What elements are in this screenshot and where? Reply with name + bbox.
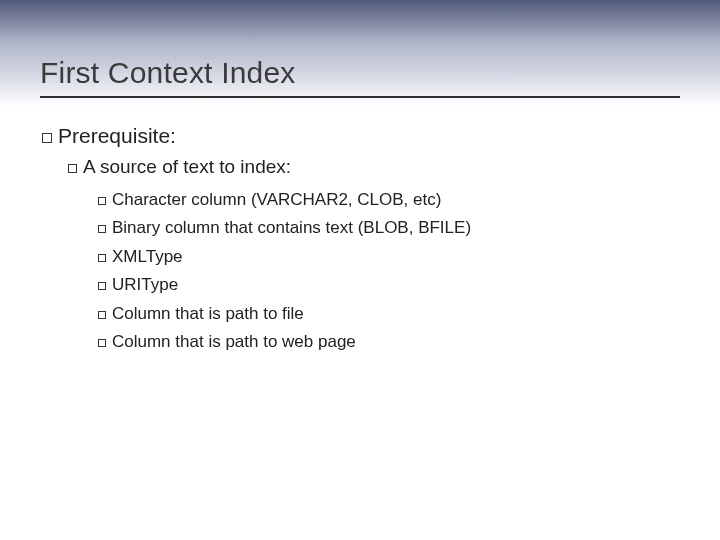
bullet-text: Binary column that contains text (BLOB, … bbox=[112, 218, 471, 237]
bullet-level3: Binary column that contains text (BLOB, … bbox=[98, 215, 680, 241]
bullet-text: Prerequisite: bbox=[58, 124, 176, 147]
bullet-level3: Column that is path to web page bbox=[98, 329, 680, 355]
bullet-text: Character column (VARCHAR2, CLOB, etc) bbox=[112, 190, 441, 209]
bullet-level3: Column that is path to file bbox=[98, 301, 680, 327]
square-bullet-icon bbox=[98, 254, 106, 262]
bullet-level2: A source of text to index: bbox=[68, 154, 680, 181]
square-bullet-icon bbox=[98, 225, 106, 233]
square-bullet-icon bbox=[98, 197, 106, 205]
bullet-level3: XMLType bbox=[98, 244, 680, 270]
square-bullet-icon bbox=[42, 133, 52, 143]
bullet-text: Column that is path to file bbox=[112, 304, 304, 323]
slide-body: Prerequisite: A source of text to index:… bbox=[42, 122, 680, 358]
square-bullet-icon bbox=[98, 282, 106, 290]
bullet-level1: Prerequisite: bbox=[42, 122, 680, 150]
bullet-text: Column that is path to web page bbox=[112, 332, 356, 351]
bullet-level3: Character column (VARCHAR2, CLOB, etc) bbox=[98, 187, 680, 213]
square-bullet-icon bbox=[98, 339, 106, 347]
bullet-level3: URIType bbox=[98, 272, 680, 298]
bullet-text: XMLType bbox=[112, 247, 183, 266]
slide-title: First Context Index bbox=[40, 56, 680, 98]
square-bullet-icon bbox=[68, 164, 77, 173]
bullet-text: A source of text to index: bbox=[83, 156, 291, 177]
square-bullet-icon bbox=[98, 311, 106, 319]
bullet-text: URIType bbox=[112, 275, 178, 294]
slide: First Context Index Prerequisite: A sour… bbox=[0, 0, 720, 540]
